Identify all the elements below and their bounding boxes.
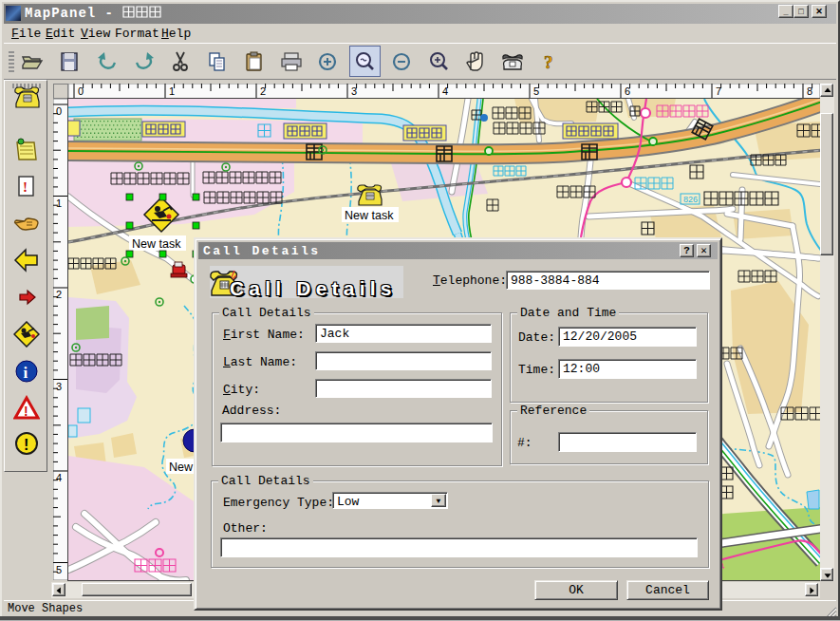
svg-text:!: ! (23, 179, 28, 195)
svg-text:0: 0 (78, 85, 84, 97)
svg-text:1: 1 (56, 198, 62, 209)
svg-text:i: i (24, 364, 28, 382)
svg-text:!: ! (24, 437, 28, 453)
svg-text:5: 5 (56, 564, 62, 575)
svg-text:8: 8 (807, 85, 812, 97)
svg-text:3: 3 (56, 381, 62, 392)
svg-text:5: 5 (533, 85, 539, 97)
svg-text:6: 6 (625, 85, 630, 97)
svg-text:!: ! (24, 404, 28, 419)
svg-text:1: 1 (169, 85, 175, 97)
svg-text:?: ? (544, 52, 553, 72)
svg-text:7: 7 (716, 85, 721, 97)
svg-text:2: 2 (56, 289, 62, 300)
svg-text:3: 3 (351, 85, 357, 97)
svg-text:New task: New task (132, 237, 181, 251)
svg-text:4: 4 (56, 472, 62, 483)
svg-text:2: 2 (260, 85, 266, 97)
svg-text:0: 0 (56, 105, 62, 117)
svg-text:New task: New task (345, 209, 394, 222)
svg-text:826: 826 (683, 195, 698, 204)
svg-text:4: 4 (442, 85, 448, 97)
